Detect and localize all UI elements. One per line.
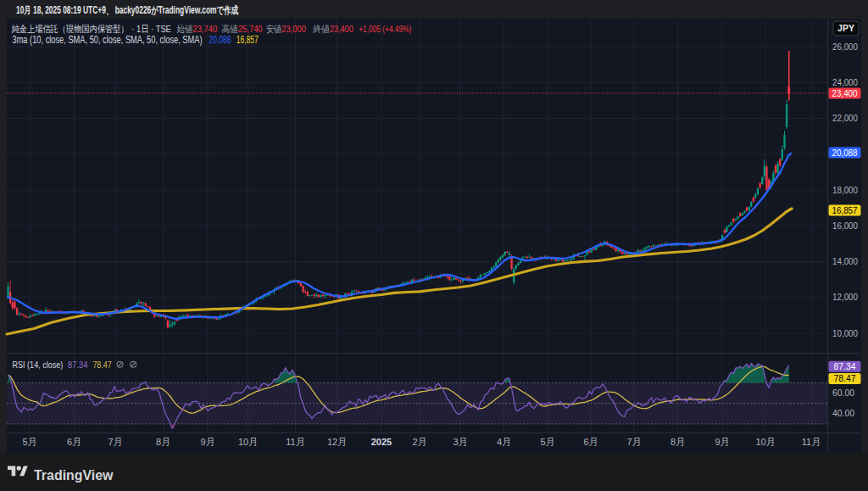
svg-text:20,088: 20,088 [832,148,858,158]
svg-text:11月: 11月 [286,437,304,447]
svg-text:16,000: 16,000 [832,220,858,231]
svg-text:78.47: 78.47 [92,360,111,370]
svg-text:9月: 9月 [715,437,729,447]
svg-text:5月: 5月 [540,437,554,447]
svg-text:18,000: 18,000 [832,185,858,195]
svg-text:7月: 7月 [626,437,641,447]
svg-text:純金上場信託（現物国内保管型）: 純金上場信託（現物国内保管型） [12,24,129,34]
svg-text:40.00: 40.00 [832,408,854,418]
svg-text:16,857: 16,857 [832,205,858,215]
svg-text:5月: 5月 [22,437,36,447]
svg-text:10月: 10月 [755,437,775,447]
svg-text:4月: 4月 [497,437,511,447]
svg-text:2025: 2025 [371,437,392,447]
svg-text:3月: 3月 [453,437,467,447]
svg-text:8月: 8月 [156,437,170,447]
svg-text:始値: 始値 [176,24,193,34]
svg-text:20,088: 20,088 [209,34,231,46]
svg-text:3ma (10, close, SMA, 50, close: 3ma (10, close, SMA, 50, close, SMA, 50,… [13,34,203,46]
svg-text:60.00: 60.00 [832,388,854,398]
svg-text:23,000: 23,000 [281,24,306,34]
svg-text:高値: 高値 [222,24,238,34]
svg-text:2月: 2月 [412,437,426,447]
svg-text:16,857: 16,857 [236,34,259,46]
svg-text:12月: 12月 [327,437,347,447]
svg-text:78.47: 78.47 [834,373,856,383]
svg-text:· 1日 · TSE: · 1日 · TSE [131,24,171,34]
svg-text:TradingView: TradingView [34,467,114,483]
svg-text:10月 18, 2025 08:19 UTC+9、 back: 10月 18, 2025 08:19 UTC+9、 backy0226がTrad… [16,4,239,16]
svg-text:23,740: 23,740 [193,24,218,34]
svg-text:6月: 6月 [67,437,81,447]
svg-text:11月: 11月 [802,437,821,447]
svg-text:24,000: 24,000 [832,77,858,87]
svg-text:9月: 9月 [200,437,214,447]
svg-text:6月: 6月 [583,437,598,447]
svg-text:12,000: 12,000 [832,292,858,302]
svg-text:87.34: 87.34 [834,361,856,371]
svg-text:23,400: 23,400 [832,88,858,98]
svg-text:10月: 10月 [238,437,258,447]
svg-text:10,000: 10,000 [832,328,858,338]
svg-text:JPY: JPY [837,23,854,33]
svg-text:22,000: 22,000 [832,113,858,123]
svg-text:+1,005 (+4.49%): +1,005 (+4.49%) [359,24,411,34]
svg-text:23,400: 23,400 [330,24,353,34]
svg-text:25,740: 25,740 [238,24,263,34]
svg-text:8月: 8月 [670,437,685,447]
svg-text:26,000: 26,000 [832,42,858,52]
svg-text:14,000: 14,000 [832,256,858,266]
svg-text:7月: 7月 [108,437,122,447]
svg-text:87.34: 87.34 [68,360,88,370]
svg-text:安値: 安値 [266,24,282,34]
svg-text:RSI (14, close): RSI (14, close) [13,360,64,370]
svg-text:終値: 終値 [313,24,330,34]
